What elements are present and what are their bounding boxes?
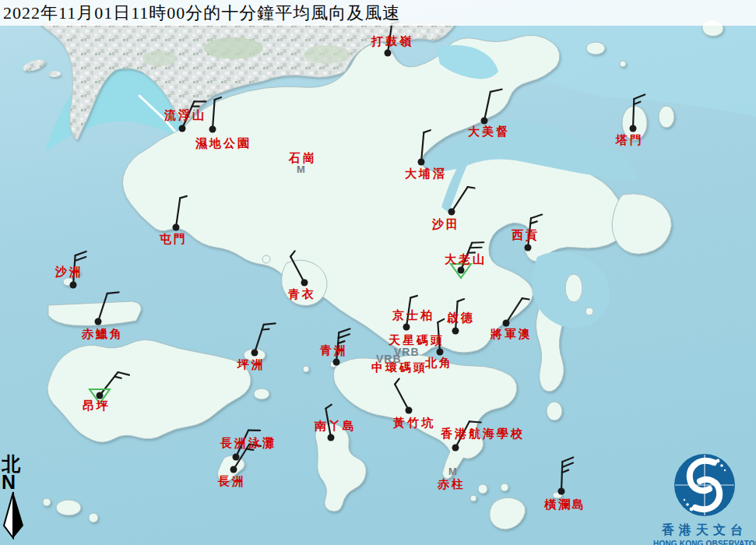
hko-logo: 香港天文台 HONG KONG OBSERVATORY xyxy=(653,449,756,545)
hong-kong-map xyxy=(0,0,756,545)
map-title: 2022年11月01日11時00分的十分鐘平均風向及風速 xyxy=(3,2,400,25)
wind-map-page: 打鼓嶺流浮山濕地公園石崗M大美督大埔滘塔門沙田西貢沙洲屯門大老山青衣赤鱲角京士柏… xyxy=(0,0,756,545)
north-arrow-icon xyxy=(2,491,26,540)
hko-logo-icon xyxy=(664,449,745,521)
compass-north-en: N xyxy=(2,473,30,491)
hko-logo-name-en: HONG KONG OBSERVATORY xyxy=(653,540,756,545)
hko-logo-name-zh: 香港天文台 xyxy=(653,522,756,539)
compass: 北 N xyxy=(2,455,30,543)
